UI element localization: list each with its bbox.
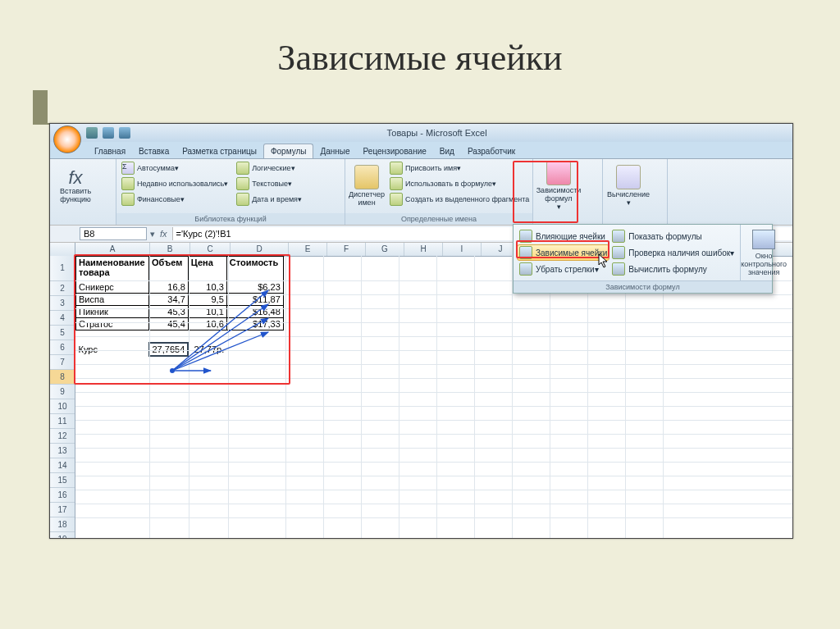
calculation-button[interactable]: Вычисление ▾ [606,161,651,212]
tab-data[interactable]: Данные [313,144,356,158]
insert-function-label: Вставить функцию [53,188,98,204]
row-header[interactable]: 11 [50,414,75,429]
text-button[interactable]: Текстовые ▾ [235,176,304,191]
slide-decoration [33,90,48,123]
tab-home[interactable]: Главная [88,144,132,158]
tab-review[interactable]: Рецензирование [357,144,433,158]
row-header[interactable]: 17 [50,503,75,517]
watch-window-button[interactable]: Окно контрольного значения [740,225,787,280]
trace-precedents-icon [519,230,532,243]
th-price: Цена [188,257,226,281]
remove-arrows-icon [519,262,532,276]
column-header[interactable]: A [75,243,150,256]
sigma-icon: Σ [121,162,135,175]
column-header[interactable]: H [404,243,443,256]
evaluate-formula-item[interactable]: Вычислить формулу [609,261,737,277]
row-header[interactable]: 5 [50,326,75,340]
name-manager-icon [354,165,379,189]
th-cost: Стоимость [226,257,283,281]
financial-button[interactable]: Финансовые ▾ [120,192,230,207]
title-bar: Товары - Microsoft Excel [50,124,792,142]
fx-icon [390,177,403,190]
row-header[interactable]: 13 [50,444,75,458]
trace-dependents-icon [519,246,532,259]
row-header[interactable]: 19 [50,532,75,538]
formula-auditing-dropdown: Влияющие ячейки Зависимые ячейки Убрать … [513,224,773,294]
logical-button[interactable]: Логические ▾ [235,161,304,175]
create-from-selection-button[interactable]: Создать из выделенного фрагмента [388,192,531,207]
show-formulas-item[interactable]: Показать формулы [609,228,737,244]
name-manager-button[interactable]: Диспетчер имен [349,161,385,212]
define-name-button[interactable]: Присвоить имя ▾ [388,161,531,175]
fx-icon[interactable]: fx [160,229,167,239]
tab-developer[interactable]: Разработчик [461,144,522,158]
remove-arrows-item[interactable]: Убрать стрелки ▾ [517,261,609,277]
financial-icon [121,193,135,206]
svg-point-0 [170,368,175,373]
column-header[interactable]: C [190,243,231,256]
insert-function-button[interactable]: fx Вставить функцию [53,161,98,212]
eval-formula-icon [612,262,625,276]
excel-screenshot: Товары - Microsoft Excel Главная Вставка… [49,123,793,539]
text-icon [236,177,249,190]
tab-view[interactable]: Вид [433,144,461,158]
column-header[interactable]: F [327,243,366,256]
row-header[interactable]: 16 [50,488,75,503]
column-header[interactable]: B [150,243,190,256]
library-group-title: Библиотека функций [116,213,345,225]
trace-precedents-item[interactable]: Влияющие ячейки [517,228,609,244]
table-row: Пикник45,310,1$16,48 [76,306,284,318]
data-table: Наименование товара Объем Цена Стоимость… [75,256,284,357]
ribbon: fx Вставить функцию . ΣАвтосумма ▾ Недав… [50,158,792,225]
tab-layout[interactable]: Разметка страницы [176,144,263,158]
datetime-button[interactable]: Дата и время ▾ [235,192,304,207]
error-checking-item[interactable]: Проверка наличия ошибок ▾ [609,244,737,261]
column-header[interactable]: E [289,243,327,256]
audit-icon [546,161,571,185]
formula-auditing-button[interactable]: Зависимости формул ▾ [536,161,581,212]
cells-area[interactable]: Наименование товара Объем Цена Стоимость… [75,256,792,538]
column-header[interactable]: D [231,243,289,256]
row-header[interactable]: 8 [50,370,75,385]
redo-icon[interactable] [119,127,130,139]
tag-icon [390,162,403,175]
row-header[interactable]: 18 [50,517,75,532]
calc-icon [616,165,641,189]
trace-dependents-item[interactable]: Зависимые ячейки [517,244,609,261]
row-header[interactable]: 15 [50,473,75,488]
row-header[interactable]: 1 [50,256,75,281]
office-button[interactable] [53,125,81,153]
logical-icon [236,162,249,175]
name-box[interactable]: B8 [80,227,147,240]
row-header[interactable]: 10 [50,399,75,414]
tab-insert[interactable]: Вставка [132,144,176,158]
watch-window-icon [752,230,775,249]
slide-title: Зависимые ячейки [0,37,840,79]
row-header[interactable]: 2 [50,281,75,296]
dropdown-icon[interactable]: ▾ [150,229,155,239]
row-header[interactable]: 14 [50,458,75,473]
table-row: Стратос45,410,6$17,33 [76,318,284,330]
column-header[interactable]: I [443,243,482,256]
recent-button[interactable]: Недавно использовались ▾ [120,176,230,191]
row-header[interactable]: 7 [50,355,75,370]
row-header[interactable]: 4 [50,311,75,326]
row-header[interactable]: 6 [50,340,75,355]
use-in-formula-button[interactable]: Использовать в формуле ▾ [388,176,531,191]
undo-icon[interactable] [103,127,114,139]
dropdown-footer: Зависимости формул [514,280,772,293]
row-header[interactable]: 12 [50,429,75,444]
recent-icon [121,177,135,190]
table-row: Сникерс16,810,3$6,23 [76,281,284,294]
error-check-icon [612,246,625,259]
autosum-button[interactable]: ΣАвтосумма ▾ [120,161,230,175]
tab-formulas[interactable]: Формулы [263,144,314,158]
column-header[interactable]: G [366,243,404,256]
row-header[interactable]: 9 [50,385,75,399]
window-title: Товары - Microsoft Excel [135,128,738,138]
select-all-corner[interactable] [50,243,75,256]
grid-icon [390,193,403,206]
defined-names-title: Определенные имена [345,213,532,225]
save-icon[interactable] [86,127,98,139]
row-header[interactable]: 3 [50,296,75,311]
